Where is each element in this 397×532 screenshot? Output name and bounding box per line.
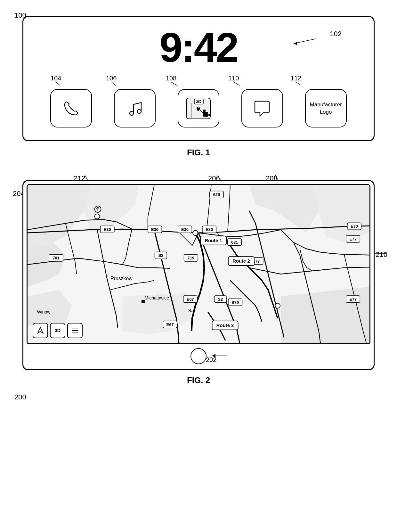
fig1-section: 100 9:42 102 104 106 108 110 — [22, 16, 375, 158]
svg-text:Ra: Ra — [188, 308, 194, 313]
nav-button[interactable] — [33, 323, 48, 338]
svg-line-6 — [171, 82, 177, 86]
svg-point-31 — [193, 230, 198, 235]
fig1-caption: FIG. 1 — [22, 148, 375, 158]
ref-200-label: 200 — [14, 393, 26, 401]
svg-marker-83 — [212, 354, 215, 358]
fig1-icons-row: 280 — [36, 89, 361, 127]
layers-button[interactable] — [67, 323, 83, 338]
phone-icon — [61, 98, 82, 119]
svg-line-8 — [296, 82, 301, 86]
home-button[interactable] — [190, 348, 207, 364]
svg-text:Pruszkow: Pruszkow — [110, 276, 133, 281]
svg-rect-18 — [206, 112, 208, 116]
fig2-section: 200 204 212 206 208 210 — [22, 180, 375, 385]
chat-icon — [252, 98, 272, 119]
svg-text:Winow: Winow — [37, 309, 51, 315]
svg-rect-77 — [142, 300, 145, 303]
3d-button[interactable]: 3D — [50, 323, 65, 338]
icon-ref-arrows — [36, 75, 361, 86]
fig2-map[interactable]: E30 E30 E30 E30 E30 629 — [27, 184, 370, 344]
svg-text:E67: E67 — [187, 297, 194, 302]
ref-210-label: 210 — [376, 250, 387, 259]
svg-text:S2: S2 — [158, 253, 163, 258]
ref-102-arrow — [290, 36, 319, 45]
svg-text:Michatowice: Michatowice — [145, 295, 169, 300]
3d-label: 3D — [55, 328, 61, 333]
svg-point-30 — [95, 214, 100, 219]
svg-text:S2: S2 — [218, 297, 223, 302]
svg-text:E67: E67 — [166, 322, 174, 327]
maps-icon: 280 — [185, 96, 212, 120]
svg-point-10 — [137, 110, 141, 113]
fig2-outer-frame: E30 E30 E30 E30 E30 629 — [22, 180, 375, 370]
svg-line-4 — [55, 82, 60, 86]
nav-icon — [36, 327, 44, 334]
manufacturer-logo-text: Manufacturer Logo — [310, 101, 342, 116]
layers-icon — [71, 328, 78, 333]
fig1-frame: 9:42 102 104 106 108 110 112 — [22, 16, 375, 141]
map-controls: 3D — [33, 323, 83, 338]
svg-rect-19 — [208, 114, 210, 116]
svg-text:Route 1: Route 1 — [205, 238, 222, 243]
svg-point-32 — [275, 303, 280, 308]
music-icon-box[interactable] — [114, 89, 156, 127]
phone-icon-box[interactable] — [50, 89, 92, 127]
svg-text:701: 701 — [53, 256, 59, 260]
music-icon — [125, 98, 145, 119]
ref-202-arrow — [209, 349, 235, 359]
svg-text:E77: E77 — [349, 297, 357, 302]
svg-text:E30: E30 — [351, 224, 358, 229]
svg-text:631: 631 — [231, 240, 238, 245]
svg-line-5 — [111, 82, 116, 86]
ref-102-label: 102 — [330, 30, 342, 38]
fig2-home-indicator: 202 — [27, 344, 370, 366]
svg-text:E30: E30 — [151, 227, 158, 232]
svg-marker-3 — [294, 42, 297, 45]
svg-text:E30: E30 — [181, 227, 189, 232]
chat-icon-box[interactable] — [241, 89, 283, 127]
svg-text:Route 2: Route 2 — [232, 258, 250, 264]
svg-line-7 — [233, 82, 239, 86]
svg-text:629: 629 — [213, 192, 220, 197]
page-container: 100 9:42 102 104 106 108 110 — [0, 0, 397, 532]
maps-icon-box[interactable]: 280 — [178, 89, 219, 127]
svg-rect-17 — [203, 110, 205, 116]
svg-point-9 — [130, 111, 134, 115]
svg-text:E30: E30 — [104, 227, 111, 232]
svg-text:E77: E77 — [349, 237, 357, 241]
svg-text:S79: S79 — [231, 300, 239, 305]
svg-text:Route 3: Route 3 — [216, 323, 234, 328]
svg-text:E30: E30 — [206, 227, 213, 232]
svg-text:719: 719 — [188, 256, 194, 260]
fig1-time-area: 9:42 102 — [36, 27, 361, 75]
map-svg: E30 E30 E30 E30 E30 629 — [28, 185, 369, 343]
fig2-caption: FIG. 2 — [22, 375, 375, 385]
clock-display: 9:42 — [36, 27, 361, 68]
svg-text:280: 280 — [196, 100, 202, 103]
manufacturer-logo-box[interactable]: Manufacturer Logo — [305, 89, 347, 127]
